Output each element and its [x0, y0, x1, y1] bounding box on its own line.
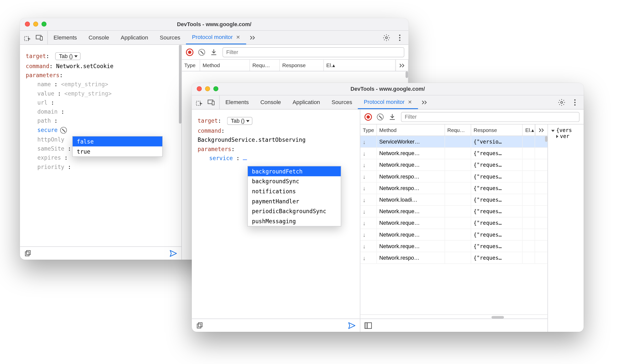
- record-icon[interactable]: [186, 48, 193, 56]
- caret-right-icon[interactable]: [556, 135, 558, 138]
- copy-icon[interactable]: [24, 249, 32, 257]
- cell-response: {"reques…: [471, 183, 523, 194]
- device-toolbar-icon[interactable]: [208, 99, 215, 106]
- tab-sources[interactable]: Sources: [154, 31, 186, 44]
- filter-input[interactable]: [222, 47, 404, 57]
- th-more-icon[interactable]: [535, 124, 547, 136]
- tab-sources[interactable]: Sources: [326, 96, 358, 109]
- zoom-icon[interactable]: [42, 22, 47, 27]
- record-icon[interactable]: [365, 113, 372, 121]
- clear-icon[interactable]: [377, 113, 383, 120]
- minimize-icon[interactable]: [33, 22, 38, 27]
- minimize-icon[interactable]: [205, 86, 210, 91]
- cell-response: {"reques…: [471, 206, 523, 217]
- ac-item[interactable]: backgroundFetch: [248, 166, 341, 176]
- th-request[interactable]: Requ…: [445, 124, 471, 136]
- ac-item[interactable]: paymentHandler: [248, 196, 341, 206]
- table-row[interactable]: ↓Network.reque…{"reques…: [360, 159, 547, 171]
- tab-application[interactable]: Application: [287, 96, 326, 109]
- more-tabs-icon[interactable]: [418, 96, 431, 109]
- command-value[interactable]: BackgroundService.startObserving: [197, 136, 305, 143]
- cell-type: ↓: [360, 241, 377, 252]
- tab-console[interactable]: Console: [83, 31, 115, 44]
- send-icon[interactable]: [348, 322, 356, 329]
- tabstrip: Elements Console Application Sources Pro…: [20, 31, 408, 45]
- th-response[interactable]: Response: [471, 124, 523, 136]
- inspect-icon[interactable]: [196, 99, 204, 106]
- download-icon[interactable]: [210, 48, 218, 56]
- param-service-value[interactable]: [243, 159, 247, 160]
- device-toolbar-icon[interactable]: [36, 34, 43, 41]
- inspect-icon[interactable]: [24, 34, 32, 41]
- clear-icon[interactable]: [198, 49, 205, 55]
- close-tab-icon[interactable]: ✕: [236, 34, 240, 40]
- ac-item[interactable]: backgroundSync: [248, 176, 341, 186]
- th-elapsed[interactable]: El.▴: [523, 124, 535, 136]
- table-row[interactable]: ↓Network.loadi…{"reques…: [360, 194, 547, 206]
- th-method[interactable]: Method: [200, 60, 250, 71]
- param-name-value[interactable]: <empty_string>: [61, 81, 108, 87]
- more-menu-icon[interactable]: [396, 34, 404, 41]
- close-tab-icon[interactable]: ✕: [408, 99, 412, 105]
- th-type[interactable]: Type: [360, 124, 377, 136]
- filter-input[interactable]: [401, 112, 579, 122]
- target-label: target: [197, 117, 218, 124]
- ac-item-false[interactable]: false: [73, 136, 162, 147]
- close-icon[interactable]: [197, 86, 202, 91]
- th-more-icon[interactable]: [395, 60, 408, 71]
- tab-console[interactable]: Console: [255, 96, 287, 109]
- svg-point-14: [574, 102, 576, 103]
- tab-application[interactable]: Application: [115, 31, 154, 44]
- tree-child[interactable]: ver: [551, 133, 580, 140]
- table-row[interactable]: ↓ServiceWorker…{"versio…: [360, 136, 547, 148]
- more-tabs-icon[interactable]: [246, 31, 259, 44]
- ac-item[interactable]: pushMessaging: [248, 216, 341, 226]
- titlebar[interactable]: DevTools - www.google.com/: [20, 18, 408, 31]
- cell-type: ↓: [360, 159, 377, 171]
- more-menu-icon[interactable]: [571, 99, 579, 106]
- target-select[interactable]: Tab (): [227, 117, 253, 125]
- tab-protocol-monitor[interactable]: Protocol monitor ✕: [186, 31, 246, 44]
- table-scrollbar-thumb[interactable]: [545, 136, 547, 142]
- table-row[interactable]: ↓Network.respo…{"reques…: [360, 183, 547, 194]
- titlebar[interactable]: DevTools - www.google.com/: [192, 83, 584, 96]
- tab-elements[interactable]: Elements: [48, 31, 83, 44]
- ac-item[interactable]: notifications: [248, 186, 341, 196]
- tab-elements[interactable]: Elements: [220, 96, 255, 109]
- tab-protocol-monitor[interactable]: Protocol monitor ✕: [358, 96, 418, 109]
- table-scrollbar-thumb[interactable]: [406, 71, 408, 78]
- zoom-icon[interactable]: [213, 86, 218, 91]
- table-row[interactable]: ↓Network.reque…{"reques…: [360, 148, 547, 159]
- close-icon[interactable]: [25, 22, 30, 27]
- param-samesite-label: sameSite: [37, 145, 64, 152]
- settings-gear-icon[interactable]: [558, 99, 566, 106]
- cell-elapsed: [523, 206, 535, 217]
- table-row[interactable]: ↓Network.reque…{"reques…: [360, 229, 547, 241]
- ac-item-true[interactable]: true: [73, 146, 162, 156]
- table-row[interactable]: ↓Network.reque…{"reques…: [360, 217, 547, 229]
- command-label: command: [26, 63, 49, 69]
- target-select[interactable]: Tab (): [55, 52, 81, 60]
- download-icon[interactable]: [388, 113, 396, 121]
- toggle-sidebar-icon[interactable]: [365, 322, 372, 329]
- clear-value-icon[interactable]: [60, 127, 67, 133]
- copy-icon[interactable]: [196, 322, 204, 329]
- editor-scrollbar-thumb[interactable]: [179, 45, 181, 124]
- th-elapsed[interactable]: El.▴: [324, 60, 395, 71]
- table-row[interactable]: ↓Network.reque…{"reques…: [360, 241, 547, 252]
- command-value[interactable]: Network.setCookie: [56, 63, 113, 69]
- ac-item[interactable]: periodicBackgroundSync: [248, 206, 341, 216]
- table-row[interactable]: ↓Network.respo…{"reques…: [360, 171, 547, 183]
- th-request[interactable]: Requ…: [250, 60, 280, 71]
- send-icon[interactable]: [170, 249, 177, 257]
- table-row[interactable]: ↓Network.respo…{"reques…: [360, 252, 547, 264]
- th-response[interactable]: Response: [280, 60, 324, 71]
- param-value-value[interactable]: <empty_string>: [64, 90, 112, 97]
- tree-root[interactable]: {vers: [551, 127, 580, 133]
- caret-down-icon[interactable]: [551, 130, 554, 132]
- th-method[interactable]: Method: [377, 124, 445, 136]
- table-hscroll-thumb[interactable]: [491, 316, 504, 319]
- th-type[interactable]: Type: [182, 60, 200, 71]
- settings-gear-icon[interactable]: [383, 34, 390, 41]
- table-row[interactable]: ↓Network.reque…{"reques…: [360, 206, 547, 217]
